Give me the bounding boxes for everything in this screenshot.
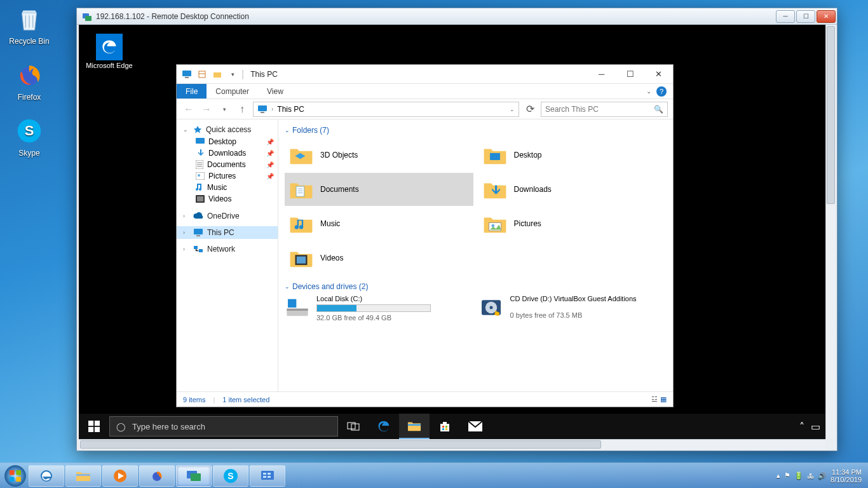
folder-pictures[interactable]: Pictures xyxy=(478,207,667,240)
navpane-qa-desktop[interactable]: Desktop📌 xyxy=(177,136,278,147)
svg-rect-61 xyxy=(263,476,266,478)
folder-desktop[interactable]: Desktop xyxy=(478,139,667,172)
nav-up-button[interactable]: ↑ xyxy=(235,102,249,116)
explorer-close-button[interactable]: ✕ xyxy=(644,65,673,83)
svg-rect-48 xyxy=(10,477,15,482)
nav-recent-dropdown[interactable]: ▾ xyxy=(217,102,231,116)
drive-local-c[interactable]: Local Disk (C:) 32.0 GB free of 49.4 GB xyxy=(285,295,473,322)
folder-documents[interactable]: Documents xyxy=(285,173,473,206)
navpane-qa-videos[interactable]: Videos xyxy=(177,193,278,205)
qat-newfolder-icon[interactable] xyxy=(211,68,224,81)
host-start-button[interactable] xyxy=(3,463,28,489)
navpane-quick-access[interactable]: ⌄ Quick access xyxy=(177,123,278,136)
tray-action-center-icon[interactable]: ▭ xyxy=(811,421,820,433)
tray-flag-icon[interactable]: ⚑ xyxy=(784,471,790,480)
folder-videos[interactable]: Videos xyxy=(285,241,473,274)
ribbon-tab-file[interactable]: File xyxy=(177,84,207,98)
explorer-search-input[interactable]: Search This PC 🔍 xyxy=(541,102,668,117)
svg-rect-39 xyxy=(408,424,421,426)
host-taskbar-ie-icon[interactable] xyxy=(29,465,64,487)
skype-icon[interactable]: S Skype xyxy=(4,116,55,158)
svg-rect-8 xyxy=(214,72,221,78)
navpane-this-pc[interactable]: ›This PC xyxy=(177,226,278,239)
host-tray-clock[interactable]: 11:34 PM 8/10/2019 xyxy=(831,468,862,484)
taskbar-search-input[interactable]: ◯ Type here to search xyxy=(109,416,338,437)
taskbar-mail-icon[interactable] xyxy=(460,414,491,439)
task-view-button[interactable] xyxy=(338,414,369,439)
tray-battery-icon[interactable]: 🔋 xyxy=(794,471,803,480)
svg-rect-26 xyxy=(297,257,306,264)
host-taskbar-mediaplayer-icon[interactable] xyxy=(102,465,138,487)
tray-chevron-up-icon[interactable]: ˄ xyxy=(799,421,804,433)
ribbon-help-icon[interactable]: ? xyxy=(656,86,667,97)
qat-properties-icon[interactable] xyxy=(196,68,208,81)
svg-rect-62 xyxy=(268,476,271,478)
folder-3d-objects[interactable]: 3D Objects xyxy=(285,139,473,172)
folder-downloads[interactable]: Downloads xyxy=(478,173,667,206)
cloud-icon xyxy=(193,212,203,220)
rdc-close-button[interactable]: ✕ xyxy=(817,10,836,23)
edge-icon[interactable]: Microsoft Edge xyxy=(85,34,133,69)
taskbar-search-placeholder: Type here to search xyxy=(132,422,205,431)
taskbar-store-icon[interactable] xyxy=(430,414,460,439)
host-taskbar-skype-icon[interactable]: S xyxy=(213,465,248,487)
qat-dropdown-icon[interactable]: ▾ xyxy=(226,68,239,81)
ribbon-expand-icon[interactable]: ⌄ xyxy=(646,88,651,95)
folder-music[interactable]: Music xyxy=(285,207,473,240)
navpane-onedrive[interactable]: ›OneDrive xyxy=(177,210,278,222)
navpane-network[interactable]: ›Network xyxy=(177,243,278,255)
tray-volume-icon[interactable]: 🔊 xyxy=(818,471,827,480)
search-circle-icon: ◯ xyxy=(116,422,126,431)
explorer-minimize-button[interactable]: ─ xyxy=(587,65,616,83)
svg-rect-4 xyxy=(85,16,92,21)
svg-rect-5 xyxy=(182,71,191,76)
svg-rect-22 xyxy=(296,186,304,196)
rdc-vertical-scrollbar[interactable] xyxy=(825,25,836,439)
svg-rect-40 xyxy=(442,426,444,428)
tray-show-hidden-icon[interactable]: ▴ xyxy=(776,471,780,480)
tray-network-icon[interactable]: 🖧 xyxy=(807,472,814,480)
remote-taskbar: ◯ Type here to search ˄ ▭ xyxy=(79,414,825,439)
folders-group-header[interactable]: ⌄Folders (7) xyxy=(285,126,667,135)
taskbar-edge-icon[interactable] xyxy=(369,414,399,439)
start-button[interactable] xyxy=(79,414,109,439)
rdc-maximize-button[interactable]: ☐ xyxy=(796,10,815,23)
star-icon xyxy=(193,125,202,134)
explorer-maximize-button[interactable]: ☐ xyxy=(616,65,644,83)
drive-cd-d[interactable]: CD Drive (D:) VirtualBox Guest Additions… xyxy=(478,295,667,322)
host-taskbar-rdc-icon[interactable] xyxy=(176,465,212,487)
firefox-icon[interactable]: Firefox xyxy=(4,60,55,102)
svg-rect-16 xyxy=(197,196,203,201)
navpane-qa-documents[interactable]: Documents📌 xyxy=(177,159,278,170)
host-taskbar-explorer-icon[interactable] xyxy=(65,465,101,487)
drive-usage-bar xyxy=(316,304,431,312)
host-taskbar-controlpanel-icon[interactable] xyxy=(250,465,285,487)
ribbon-tab-view[interactable]: View xyxy=(258,84,292,98)
view-large-icon[interactable]: ▦ xyxy=(660,395,667,403)
navpane-qa-pictures[interactable]: Pictures📌 xyxy=(177,170,278,182)
edge-label: Microsoft Edge xyxy=(85,62,133,69)
taskbar-explorer-icon[interactable] xyxy=(399,414,430,439)
recycle-bin-label: Recycle Bin xyxy=(4,37,55,46)
host-desktop-icons: Recycle Bin Firefox S Skype xyxy=(4,4,55,158)
svg-rect-11 xyxy=(196,138,205,144)
ribbon-tab-computer[interactable]: Computer xyxy=(207,84,258,98)
svg-rect-34 xyxy=(95,421,100,426)
address-box[interactable]: › This PC ⌄ xyxy=(253,102,519,117)
host-taskbar-firefox-icon[interactable] xyxy=(139,465,175,487)
rdc-titlebar[interactable]: 192.168.1.102 - Remote Desktop Connectio… xyxy=(77,8,837,25)
address-dropdown-icon[interactable]: ⌄ xyxy=(510,106,515,112)
navpane-qa-downloads[interactable]: Downloads📌 xyxy=(177,147,278,159)
refresh-button[interactable]: ⟳ xyxy=(523,103,537,115)
navpane-qa-music[interactable]: Music xyxy=(177,182,278,193)
svg-rect-60 xyxy=(268,473,271,475)
recycle-bin-icon[interactable]: Recycle Bin xyxy=(4,4,55,46)
explorer-titlebar[interactable]: ▾ | This PC ─ ☐ ✕ xyxy=(177,65,673,84)
nav-back-button[interactable]: ← xyxy=(182,102,196,116)
nav-forward-button[interactable]: → xyxy=(200,102,214,116)
explorer-address-bar: ← → ▾ ↑ › This PC ⌄ ⟳ Search This PC xyxy=(177,99,673,119)
rdc-horizontal-scrollbar[interactable] xyxy=(79,439,825,449)
devices-group-header[interactable]: ⌄Devices and drives (2) xyxy=(285,282,667,291)
view-details-icon[interactable]: ☳ xyxy=(651,395,658,403)
rdc-minimize-button[interactable]: ─ xyxy=(776,10,795,23)
